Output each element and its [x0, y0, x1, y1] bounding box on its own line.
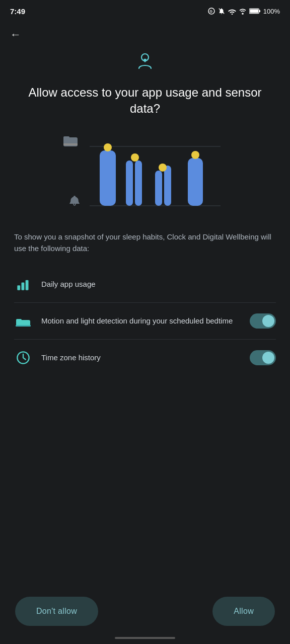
- motion-light-toggle-knob: [262, 315, 274, 327]
- svg-rect-29: [16, 325, 31, 327]
- chart-container: [59, 131, 231, 217]
- signal-icon: [239, 8, 246, 15]
- status-icons: G 100%: [208, 8, 280, 15]
- svg-rect-11: [63, 143, 78, 145]
- battery-percentage: 100%: [263, 8, 280, 15]
- svg-rect-6: [259, 10, 260, 12]
- svg-rect-22: [188, 158, 203, 206]
- google-status-icon: G: [208, 8, 215, 15]
- timezone-history-label: Time zone history: [41, 352, 241, 363]
- data-item-daily-app-usage: Daily app usage: [14, 266, 276, 303]
- sleep-chart: [59, 131, 231, 217]
- timezone-toggle[interactable]: [250, 350, 276, 365]
- clock-icon: [14, 349, 32, 367]
- svg-rect-28: [16, 319, 22, 324]
- svg-point-4: [242, 13, 244, 15]
- bed-icon: [14, 312, 32, 330]
- svg-rect-16: [126, 160, 133, 206]
- wifi-icon: [228, 8, 236, 15]
- motion-light-toggle[interactable]: [250, 313, 276, 329]
- back-button[interactable]: ←: [0, 20, 290, 45]
- description-text: To show you a snapshot of your sleep hab…: [14, 231, 276, 255]
- svg-point-23: [191, 151, 199, 159]
- allow-button[interactable]: Allow: [212, 597, 275, 626]
- svg-rect-24: [17, 286, 20, 290]
- daily-app-usage-label: Daily app usage: [41, 279, 276, 290]
- svg-rect-20: [164, 166, 171, 206]
- home-indicator: [115, 637, 175, 639]
- permission-title: Allow access to your app usage and senso…: [14, 85, 276, 117]
- svg-rect-14: [100, 150, 116, 206]
- bar-chart-icon: [14, 275, 32, 293]
- svg-rect-17: [135, 160, 142, 206]
- data-items-list: Daily app usage Motion and light detecti…: [14, 266, 276, 376]
- data-item-timezone: Time zone history: [14, 340, 276, 376]
- timezone-toggle-knob: [262, 352, 274, 364]
- svg-rect-26: [26, 280, 29, 290]
- dont-allow-button[interactable]: Don't allow: [15, 597, 98, 626]
- svg-rect-19: [155, 171, 162, 206]
- back-arrow-icon: ←: [10, 28, 21, 41]
- app-icon-container: [133, 50, 157, 76]
- data-item-motion-light: Motion and light detection during your s…: [14, 303, 276, 340]
- motion-light-label: Motion and light detection during your s…: [41, 315, 241, 327]
- svg-rect-10: [63, 136, 69, 141]
- svg-rect-7: [250, 10, 258, 13]
- mute-icon: [218, 8, 225, 15]
- svg-point-3: [231, 14, 233, 15]
- svg-text:G: G: [209, 10, 212, 13]
- status-bar: 7:49 G 100%: [0, 0, 290, 20]
- svg-point-21: [159, 164, 167, 172]
- svg-rect-25: [22, 283, 25, 290]
- svg-point-18: [131, 153, 139, 162]
- bottom-buttons: Don't allow Allow: [0, 597, 290, 626]
- wellbeing-icon: [133, 50, 157, 74]
- svg-point-15: [104, 143, 112, 151]
- main-content: Allow access to your app usage and senso…: [0, 45, 290, 376]
- status-time: 7:49: [10, 7, 25, 16]
- battery-icon: [249, 8, 260, 14]
